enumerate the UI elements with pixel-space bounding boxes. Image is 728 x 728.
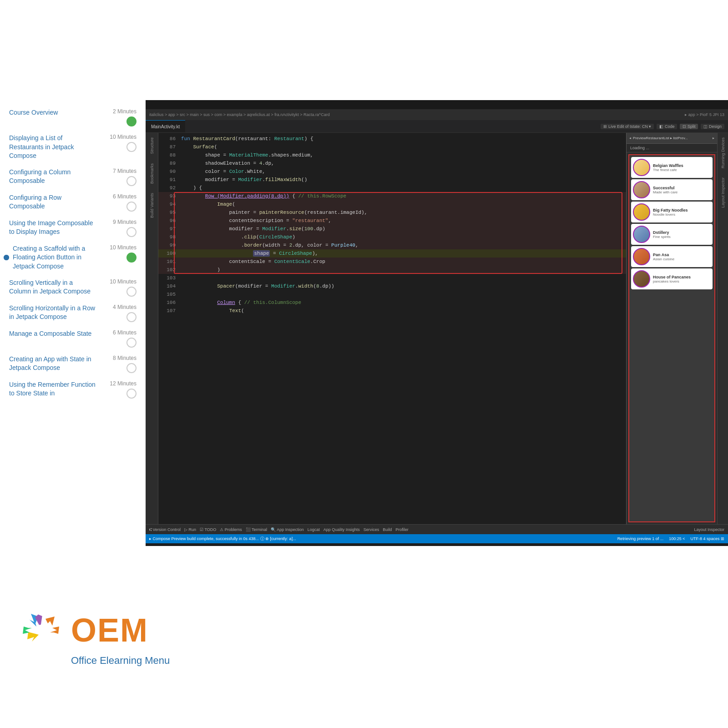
ide-statusbar: ▸ Compose Preview build complete, succes… xyxy=(146,534,728,543)
restaurant-name: Pan Asa xyxy=(653,253,711,257)
status-line-col: 100:25 < xyxy=(669,536,685,541)
sidebar-item-title: Displaying a List of Restaurants in Jetp… xyxy=(9,134,74,159)
services-tab[interactable]: Services xyxy=(364,527,379,532)
code-line-87: 87 Surface( xyxy=(158,143,626,151)
restaurant-desc: Asian cuisine xyxy=(653,257,711,261)
code-line-89: 89 shadowElevation = 4.dp, xyxy=(158,159,626,167)
sidebar-item-meta: 2 Minutes xyxy=(100,108,136,126)
run-tab[interactable]: ▷ Run xyxy=(184,527,196,532)
sidebar-item-manage-state[interactable]: Manage a Composable State 6 Minutes xyxy=(0,326,146,351)
sidebar-item-title: Manage a Composable State xyxy=(9,330,91,337)
main-container: Course Overview 2 Minutes Displaying a L… xyxy=(0,0,728,728)
sidebar-item-content: Configuring a Row Composable xyxy=(9,193,100,211)
sidebar-item-duration: 6 Minutes xyxy=(113,329,136,336)
profiler-tab[interactable]: Profiler xyxy=(395,527,409,532)
sidebar-item-meta: 7 Minutes xyxy=(100,168,136,186)
sidebar-item-duration: 6 Minutes xyxy=(113,193,136,200)
bottom-area: OEM Office Elearning Menu xyxy=(0,546,728,728)
preview-header: ◂ PreviewRestaurantList ▸ listPrev... ▸ xyxy=(627,133,717,144)
app-inspection-tab[interactable]: 🔍 App Inspection xyxy=(271,527,304,532)
preview-item-belgian: Belgian Waffles The finest cafe xyxy=(631,157,713,178)
status-utf: UTF-8 4 spaces ⊞ xyxy=(690,536,724,541)
sidebar-item-using-remember[interactable]: Using the Remember Function to Store Sta… xyxy=(0,377,146,402)
build-tab[interactable]: Build xyxy=(383,527,392,532)
ide-tabs-container: MainActivity.kt ⊞ Live Edit of tstate: C… xyxy=(146,120,728,133)
sidebar-item-meta: 10 Minutes xyxy=(100,134,136,152)
loading-text: Loading ... xyxy=(630,146,649,150)
restaurant-name: Successful xyxy=(653,186,711,190)
sidebar-item-duration: 9 Minutes xyxy=(113,219,136,225)
restaurant-desc: Noodle lovers xyxy=(653,212,711,217)
running-devices-label: Running Devices xyxy=(721,137,725,168)
tab-mainactivity[interactable]: MainActivity.kt xyxy=(146,120,185,132)
preview-item-image xyxy=(633,226,650,243)
sidebar-item-course-overview[interactable]: Course Overview 2 Minutes xyxy=(0,105,146,130)
code-line-93: 93 Row (Modifier.padding(8.dp)) { // thi… xyxy=(158,192,626,200)
preview-item-panasa: Pan Asa Asian cuisine xyxy=(631,246,713,267)
layout-inspector-bottom-tab[interactable]: Layout Inspector xyxy=(694,527,724,532)
preview-item-image xyxy=(633,181,650,198)
sidebar-item-duration: 10 Minutes xyxy=(110,278,136,285)
completion-circle xyxy=(126,312,136,322)
problems-tab[interactable]: ⚠ Problems xyxy=(220,527,242,532)
sidebar-item-content: Scrolling Vertically in a Column in Jetp… xyxy=(9,278,100,296)
todo-tab[interactable]: ☑ TODO xyxy=(200,527,216,532)
sidebar-item-title: Using the Remember Function to Store Sta… xyxy=(9,381,96,397)
preview-item-text: House of Pancanes pancakes lovers xyxy=(653,275,711,283)
sidebar-item-duration: 10 Minutes xyxy=(110,244,136,251)
sidebar-item-duration: 12 Minutes xyxy=(110,380,136,387)
code-line-107: 107 Text( xyxy=(158,307,626,315)
preview-panel: ◂ PreviewRestaurantList ▸ listPrev... ▸ … xyxy=(626,133,717,524)
preview-title: PreviewRestaurantList ▸ listPrev... xyxy=(633,136,711,140)
ide-body: Structure Bookmarks Build Variants 86 fu… xyxy=(146,133,728,524)
code-line-91: 91 modifier = Modifier.fillMaxWidth() xyxy=(158,176,626,184)
code-content: 86 fun RestaurantCard(restaurant: Restau… xyxy=(158,133,626,317)
sidebar-item-displaying-list[interactable]: Displaying a List of Restaurants in Jetp… xyxy=(0,130,146,164)
sidebar-item-title: Scrolling Horizontally in a Row in Jetpa… xyxy=(9,304,95,321)
sidebar-item-meta: 9 Minutes xyxy=(100,219,136,237)
preview-item-image xyxy=(633,159,650,176)
restaurant-name: Big Fatty Noodles xyxy=(653,208,711,212)
sidebar-item-scrolling-horizontally[interactable]: Scrolling Horizontally in a Row in Jetpa… xyxy=(0,300,146,326)
version-control-tab[interactable]: ⑆ Version Control xyxy=(149,527,181,532)
sidebar-item-content: Creating an App with State in Jetpack Co… xyxy=(9,355,100,373)
sidebar-item-configuring-row[interactable]: Configuring a Row Composable 6 Minutes xyxy=(0,190,146,215)
code-line-105: 105 xyxy=(158,290,626,298)
code-line-96: 96 contentDescription = "restaurant", xyxy=(158,217,626,225)
split-btn[interactable]: ⊡ Split xyxy=(680,124,698,129)
sidebar-item-using-image[interactable]: Using the Image Composable to Display Im… xyxy=(0,215,146,241)
sidebar-item-content: Using the Image Composable to Display Im… xyxy=(9,219,100,237)
sidebar-item-configuring-column[interactable]: Configuring a Column Composable 7 Minute… xyxy=(0,164,146,190)
code-line-92: 92 ) { xyxy=(158,184,626,192)
preview-nav-prev[interactable]: ◂ xyxy=(629,136,631,140)
preview-nav-next[interactable]: ▸ xyxy=(713,136,714,140)
logout-tab[interactable]: Logcat xyxy=(308,527,320,532)
design-btn[interactable]: ◫ Design xyxy=(701,124,724,129)
completion-circle xyxy=(126,202,136,212)
code-line-98: 98 .clip(CircleShape) xyxy=(158,233,626,241)
code-btn[interactable]: ◧ Code xyxy=(657,124,677,129)
sidebar-item-title: Scrolling Vertically in a Column in Jetp… xyxy=(9,279,91,295)
structure-label: Structure xyxy=(150,137,154,154)
sidebar-item-meta: 4 Minutes xyxy=(100,304,136,322)
ide-controls: ⊞ Live Edit of tstate: CN ▾ ◧ Code ⊡ Spl… xyxy=(601,124,728,129)
sidebar-item-scrolling-vertically[interactable]: Scrolling Vertically in a Column in Jetp… xyxy=(0,275,146,300)
sidebar: Course Overview 2 Minutes Displaying a L… xyxy=(0,100,146,546)
terminal-tab[interactable]: ⬛ Terminal xyxy=(246,527,267,532)
sidebar-item-title: Course Overview xyxy=(9,109,58,116)
sidebar-item-duration: 8 Minutes xyxy=(113,355,136,361)
oem-tagline: Office Elearning Menu xyxy=(71,655,170,667)
restaurant-desc: pancakes lovers xyxy=(653,279,711,283)
completion-circle xyxy=(126,176,136,186)
completion-circle xyxy=(126,338,136,348)
sidebar-item-creating-scaffold[interactable]: Creating a Scaffold with a Floating Acti… xyxy=(0,241,146,275)
app-quality-tab[interactable]: App Quality Insights xyxy=(324,527,360,532)
tab-label: MainActivity.kt xyxy=(151,124,180,129)
arrow-down-left xyxy=(27,632,39,642)
sidebar-item-creating-app-state[interactable]: Creating an App with State in Jetpack Co… xyxy=(0,351,146,377)
oem-logo-svg xyxy=(18,607,64,653)
sidebar-item-meta: 6 Minutes xyxy=(100,329,136,348)
live-edit-btn[interactable]: ⊞ Live Edit of tstate: CN ▾ xyxy=(601,124,654,129)
sidebar-item-content: Displaying a List of Restaurants in Jetp… xyxy=(9,134,100,161)
completion-circle xyxy=(126,389,136,399)
